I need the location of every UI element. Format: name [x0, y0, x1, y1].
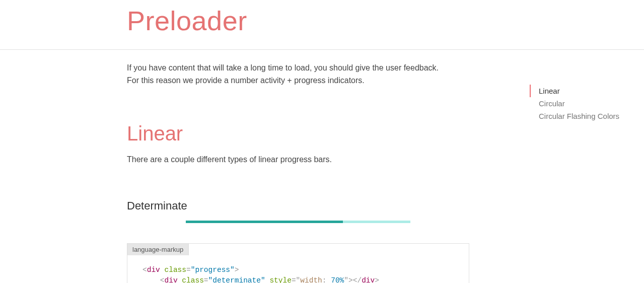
progress-bar [186, 221, 410, 223]
determinate-title: Determinate [127, 199, 469, 213]
page-caption: If you have content that will take a lon… [127, 62, 449, 87]
page-title: Preloader [127, 5, 469, 36]
toc-item-linear[interactable]: Linear [530, 85, 635, 97]
code-content: <div class="progress"> <div class="deter… [127, 255, 469, 283]
toc-item-circular[interactable]: Circular [530, 97, 635, 110]
table-of-contents: Linear Circular Circular Flashing Colors [530, 85, 635, 122]
section-linear-desc: There are a couple different types of li… [127, 155, 469, 164]
header-divider [0, 49, 644, 50]
code-block: language-markup <div class="progress"> <… [127, 243, 469, 283]
code-language-tab: language-markup [127, 243, 189, 255]
toc-item-circular-flashing-colors[interactable]: Circular Flashing Colors [530, 110, 635, 122]
section-linear-title: Linear [127, 122, 469, 145]
